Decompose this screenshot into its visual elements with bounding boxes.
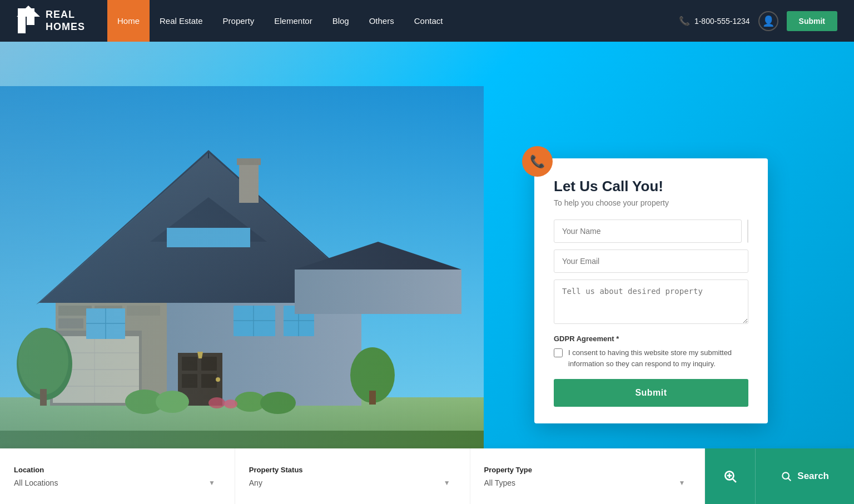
search-button[interactable]: Search: [755, 448, 854, 504]
phone-number: 1-800-555-1234: [694, 17, 750, 26]
svg-rect-28: [167, 228, 250, 247]
type-label: Property Type: [484, 466, 691, 474]
svg-rect-38: [182, 374, 197, 388]
svg-point-61: [156, 391, 189, 413]
name-input[interactable]: [554, 219, 742, 243]
status-select-wrapper: Any For Sale For Rent Sold ▼: [249, 478, 456, 487]
call-card-icon: 📞: [522, 146, 553, 177]
navbar: REAL HOMES Home Real Estate Property Ele…: [0, 0, 854, 42]
logo-text: REAL HOMES: [46, 9, 85, 33]
nav-links: Home Real Estate Property Elementor Blog…: [107, 0, 679, 42]
svg-point-40: [216, 377, 220, 382]
nav-item-property[interactable]: Property: [213, 0, 265, 42]
house-illustration: [0, 86, 484, 486]
location-select[interactable]: All Locations New York Los Angeles Chica…: [14, 478, 221, 487]
svg-point-74: [783, 472, 790, 479]
svg-point-56: [18, 328, 68, 395]
property-description-textarea[interactable]: [554, 280, 748, 324]
svg-rect-10: [127, 306, 160, 316]
status-field: Property Status Any For Sale For Rent So…: [235, 448, 470, 504]
svg-rect-53: [239, 161, 259, 203]
svg-point-65: [224, 400, 237, 408]
search-button-icon: [781, 471, 792, 482]
status-select[interactable]: Any For Sale For Rent Sold: [249, 478, 456, 487]
svg-rect-52: [295, 270, 461, 314]
advanced-search-icon-button[interactable]: [705, 448, 755, 504]
gdpr-checkbox[interactable]: [554, 348, 563, 357]
call-card-subtitle: To help you choose your property: [554, 198, 748, 207]
svg-rect-39: [201, 374, 217, 388]
call-card-title: Let Us Call You!: [554, 178, 748, 195]
svg-rect-54: [237, 158, 261, 165]
status-label: Property Status: [249, 466, 456, 474]
svg-rect-36: [182, 357, 197, 371]
nav-item-blog[interactable]: Blog: [322, 0, 359, 42]
submit-nav-button[interactable]: Submit: [787, 11, 837, 31]
gdpr-section: GDPR Agreement * I consent to having thi…: [554, 335, 748, 369]
call-card: 📞 Let Us Call You! To help you choose yo…: [534, 158, 768, 423]
svg-rect-37: [201, 357, 217, 371]
search-bar: Location All Locations New York Los Ange…: [0, 448, 854, 504]
nav-item-elementor[interactable]: Elementor: [264, 0, 322, 42]
location-field: Location All Locations New York Los Ange…: [0, 448, 235, 504]
name-phone-row: 🇩🇪 ▼: [554, 219, 748, 243]
nav-item-realestate[interactable]: Real Estate: [150, 0, 213, 42]
type-select-wrapper: All Types House Apartment Commercial ▼: [484, 478, 691, 487]
location-select-wrapper: All Locations New York Los Angeles Chica…: [14, 478, 221, 487]
user-icon: 👤: [762, 15, 774, 27]
type-select[interactable]: All Types House Apartment Commercial: [484, 478, 691, 487]
search-actions: Search: [705, 448, 854, 504]
country-flag-select[interactable]: 🇩🇪 ▼: [748, 220, 748, 242]
location-label: Location: [14, 466, 221, 474]
phone-input-group: 🇩🇪 ▼: [747, 219, 748, 243]
svg-rect-59: [369, 391, 376, 405]
nav-item-others[interactable]: Others: [359, 0, 404, 42]
phone-icon: 📞: [679, 16, 690, 26]
type-field: Property Type All Types House Apartment …: [470, 448, 706, 504]
nav-item-home[interactable]: Home: [107, 0, 150, 42]
svg-line-75: [788, 478, 791, 481]
svg-point-63: [260, 392, 296, 414]
svg-rect-57: [40, 389, 47, 406]
email-input[interactable]: [554, 249, 748, 273]
user-account-icon[interactable]: 👤: [758, 11, 778, 31]
nav-right: 📞 1-800-555-1234 👤 Submit: [679, 11, 837, 31]
gdpr-row: I consent to having this website store m…: [554, 347, 748, 369]
nav-item-contact[interactable]: Contact: [404, 0, 453, 42]
svg-point-64: [208, 397, 225, 408]
logo[interactable]: REAL HOMES: [17, 6, 85, 36]
gdpr-consent-text: I consent to having this website store m…: [568, 347, 748, 369]
hero-section: 📞 Let Us Call You! To help you choose yo…: [0, 42, 854, 504]
svg-rect-11: [58, 318, 83, 328]
search-button-label: Search: [797, 471, 829, 482]
submit-form-button[interactable]: Submit: [554, 379, 748, 407]
svg-line-71: [733, 479, 736, 482]
phone-area: 📞 1-800-555-1234: [679, 16, 750, 26]
gdpr-title: GDPR Agreement *: [554, 335, 748, 343]
email-row: [554, 249, 748, 273]
logo-icon: [17, 6, 40, 36]
